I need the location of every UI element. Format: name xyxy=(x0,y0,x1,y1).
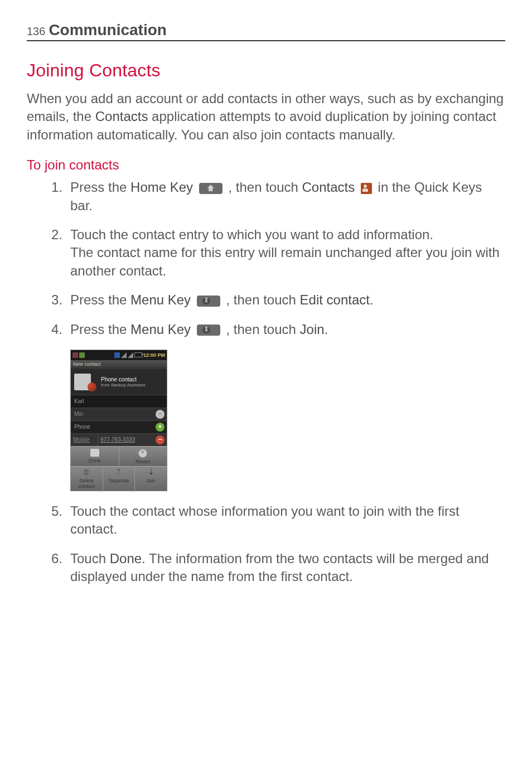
contact-header-text: Phone contact from Backup Assistant xyxy=(101,376,145,388)
done-label: Done xyxy=(110,551,142,566)
page-number: 136 xyxy=(27,25,45,38)
avatar xyxy=(74,374,91,390)
step-text: Press the xyxy=(70,180,130,195)
join-button[interactable]: Join xyxy=(135,467,167,491)
delete-contact-button[interactable]: Delete contact xyxy=(71,467,103,491)
status-icon xyxy=(79,352,85,358)
embedded-screenshot: 12:00 PM New contact Phone contact from … xyxy=(70,350,167,491)
step-number: 4. xyxy=(51,321,62,338)
signal-icon xyxy=(128,352,133,358)
save-icon xyxy=(90,449,99,457)
phone-row: Mobile 977-763-3333 − xyxy=(71,433,167,446)
action-row-1: Done Revert xyxy=(71,446,167,466)
step-number: 2. xyxy=(51,226,62,244)
add-icon[interactable]: + xyxy=(156,423,165,432)
step-text: The contact name for this entry will rem… xyxy=(70,245,500,278)
status-right: 12:00 PM xyxy=(114,352,165,358)
separate-icon xyxy=(114,469,123,477)
home-key-icon xyxy=(199,183,223,194)
step-text: , then touch xyxy=(223,322,300,337)
home-key-label: Home Key xyxy=(130,180,193,195)
contact-header: Phone contact from Backup Assistant xyxy=(71,369,167,395)
revert-button[interactable]: Revert xyxy=(119,447,167,466)
step-2: 2. Touch the contact entry to which you … xyxy=(70,226,505,280)
status-left xyxy=(72,352,85,358)
status-icon xyxy=(114,352,120,358)
step-text: . xyxy=(325,322,328,337)
join-icon xyxy=(147,469,156,477)
remove-icon[interactable]: − xyxy=(156,435,165,444)
contacts-label: Contacts xyxy=(302,180,355,195)
name-field[interactable]: Karl xyxy=(71,395,167,408)
step-text: , then touch xyxy=(223,292,300,307)
edit-contact-label: Edit contact xyxy=(300,292,370,307)
separate-button[interactable]: Separate xyxy=(103,467,136,491)
status-bar: 12:00 PM xyxy=(71,350,167,360)
phone-section-header: Phone + xyxy=(71,420,167,433)
step-4: 4. Press the Menu Key , then touch Join. xyxy=(70,321,505,338)
step-text: Touch the contact entry to which you wan… xyxy=(70,227,433,242)
menu-key-label: Menu Key xyxy=(130,322,191,337)
step-6: 6. Touch Done. The information from the … xyxy=(70,550,505,586)
menu-key-icon xyxy=(197,325,220,336)
revert-icon xyxy=(138,449,147,458)
remove-icon[interactable]: − xyxy=(156,410,165,419)
trash-icon xyxy=(82,469,91,477)
signal-icon xyxy=(121,352,127,358)
step-1: 1. Press the Home Key , then touch Conta… xyxy=(70,178,505,215)
menu-key-label: Menu Key xyxy=(130,292,191,307)
join-label: Join xyxy=(300,322,325,337)
page-header: 136 Communication xyxy=(27,21,505,41)
button-label: Join xyxy=(146,478,156,483)
battery-icon xyxy=(134,352,142,357)
step-text: Press the xyxy=(70,292,130,307)
step-3: 3. Press the Menu Key , then touch Edit … xyxy=(70,291,505,309)
step-text: Touch xyxy=(70,551,110,566)
phone-number: 977-763-3333 xyxy=(100,437,135,443)
intro-paragraph: When you add an account or add contacts … xyxy=(27,90,505,144)
step-number: 5. xyxy=(51,502,62,520)
min-field[interactable]: Min − xyxy=(71,408,167,420)
done-button[interactable]: Done xyxy=(71,447,119,466)
phone-type[interactable]: Mobile xyxy=(71,434,98,446)
step-text: . xyxy=(370,292,374,307)
button-label: Revert xyxy=(136,459,151,464)
button-label: Separate xyxy=(109,478,129,483)
status-time: 12:00 PM xyxy=(143,352,165,358)
button-label: Done xyxy=(89,458,101,463)
phone-value[interactable]: 977-763-3333 − xyxy=(98,434,167,446)
heading-to-join-contacts: To join contacts xyxy=(27,157,505,173)
step-number: 3. xyxy=(51,291,62,309)
button-label: Delete contact xyxy=(79,478,95,489)
status-icon xyxy=(72,352,78,358)
step-text: Press the xyxy=(70,322,130,337)
section-title: Communication xyxy=(49,21,167,39)
menu-key-icon xyxy=(197,296,220,307)
intro-contacts-word: Contacts xyxy=(95,109,148,124)
section-label: Phone xyxy=(74,424,90,430)
step-text: Touch the contact whose information you … xyxy=(70,503,460,536)
contact-type: Phone contact xyxy=(101,376,145,382)
contacts-icon xyxy=(361,183,372,194)
heading-joining-contacts: Joining Contacts xyxy=(27,60,505,81)
step-number: 6. xyxy=(51,550,62,568)
contact-source: from Backup Assistant xyxy=(101,382,145,388)
step-number: 1. xyxy=(51,178,62,196)
step-5: 5. Touch the contact whose information y… xyxy=(70,502,505,539)
action-row-2: Delete contact Separate Join xyxy=(71,466,167,491)
field-label: Min xyxy=(74,411,83,417)
step-text: , then touch xyxy=(225,180,302,195)
screen-title-bar: New contact xyxy=(71,360,167,369)
